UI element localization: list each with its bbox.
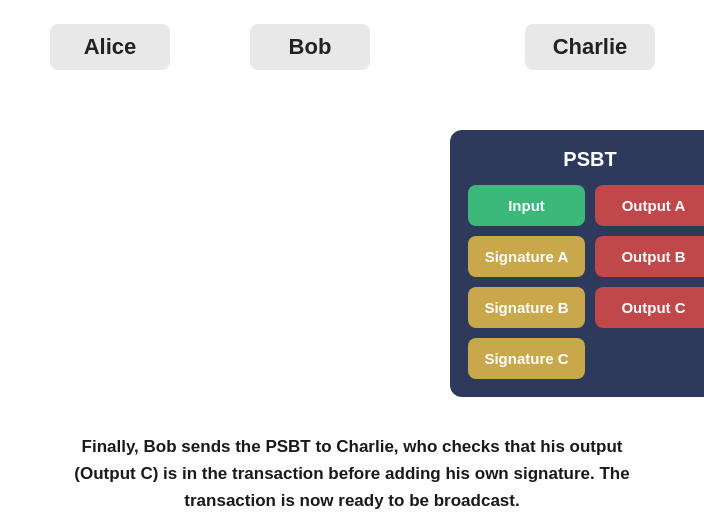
- actor-charlie: Charlie PSBT Input Output A Signature A …: [450, 24, 704, 397]
- alice-label: Alice: [50, 24, 170, 70]
- description-text: Finally, Bob sends the PSBT to Charlie, …: [52, 433, 652, 526]
- actor-bob: Bob: [250, 24, 370, 70]
- bob-label: Bob: [250, 24, 370, 70]
- psbt-grid: Input Output A Signature A Output B Sign…: [468, 185, 704, 379]
- psbt-sig-a-btn: Signature A: [468, 236, 585, 277]
- psbt-output-b-btn: Output B: [595, 236, 704, 277]
- psbt-input-btn: Input: [468, 185, 585, 226]
- psbt-sig-c-btn: Signature C: [468, 338, 585, 379]
- psbt-box: PSBT Input Output A Signature A Output B…: [450, 130, 704, 397]
- charlie-label: Charlie: [525, 24, 656, 70]
- actor-alice: Alice: [50, 24, 170, 70]
- psbt-output-c-btn: Output C: [595, 287, 704, 328]
- psbt-sig-b-btn: Signature B: [468, 287, 585, 328]
- psbt-title: PSBT: [468, 148, 704, 171]
- psbt-output-a-btn: Output A: [595, 185, 704, 226]
